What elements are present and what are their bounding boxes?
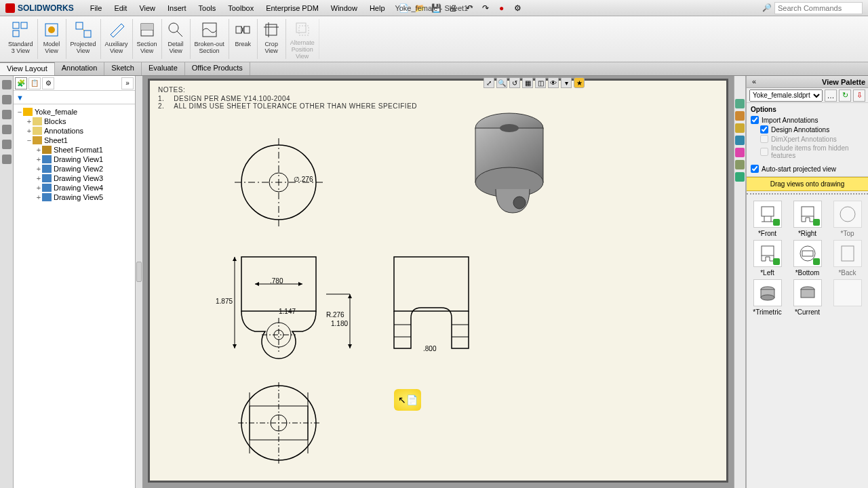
palette-bottom[interactable]: *Bottom bbox=[788, 240, 827, 277]
circle-icon[interactable] bbox=[2, 140, 12, 149]
chk-auto-start-projected[interactable] bbox=[751, 165, 759, 173]
tree-drawing-view3[interactable]: +Drawing View3 bbox=[16, 174, 132, 183]
menu-file[interactable]: File bbox=[85, 2, 108, 14]
redo-icon[interactable]: ↷ bbox=[480, 3, 491, 14]
palette-file-select[interactable]: Yoke_female.sldprt bbox=[749, 89, 823, 102]
dimension-icon[interactable] bbox=[2, 95, 12, 104]
menu-insert[interactable]: Insert bbox=[162, 2, 192, 14]
section-view-button[interactable]: Section View bbox=[133, 19, 162, 59]
display-style-icon[interactable]: ◫ bbox=[535, 77, 546, 88]
tab-annotation[interactable]: Annotation bbox=[55, 62, 105, 75]
options-icon[interactable]: ⚙ bbox=[513, 3, 524, 14]
palette-current[interactable]: *Current bbox=[788, 279, 827, 316]
sketch-icon[interactable] bbox=[2, 80, 12, 89]
detail-view-button[interactable]: Detail View bbox=[162, 19, 191, 59]
projected-view-button[interactable]: Projected View bbox=[66, 19, 101, 59]
line-icon[interactable] bbox=[2, 110, 12, 119]
spline-icon[interactable] bbox=[2, 155, 12, 164]
file-explorer-tab-icon[interactable] bbox=[735, 123, 745, 133]
svg-line-7 bbox=[83, 29, 84, 30]
tab-view-layout[interactable]: View Layout bbox=[0, 62, 55, 75]
svg-marker-37 bbox=[298, 282, 302, 286]
design-library-tab-icon[interactable] bbox=[735, 111, 745, 121]
menu-window[interactable]: Window bbox=[326, 2, 363, 14]
svg-rect-68 bbox=[801, 289, 814, 298]
break-button[interactable]: Break bbox=[229, 19, 258, 59]
appearances-tab-icon[interactable] bbox=[735, 148, 745, 157]
drawing-view-top[interactable]: ∅.276 bbox=[231, 135, 326, 232]
palette-left[interactable]: *Left bbox=[748, 240, 787, 277]
menu-view[interactable]: View bbox=[134, 2, 161, 14]
drawing-canvas[interactable]: ⤢ 🔍 ↺ ▦ ◫ 👁 ▾ ★ NOTES: 1.DESIGN PER ASME… bbox=[142, 76, 734, 488]
chk-design-annotations[interactable] bbox=[760, 125, 768, 134]
palette-front[interactable]: *Front bbox=[748, 201, 787, 237]
tree-collapse-handle[interactable] bbox=[136, 76, 142, 488]
chk-dimxpert-annotations bbox=[760, 135, 768, 143]
title-bar: SOLIDWORKS File Edit View Insert Tools T… bbox=[0, 0, 868, 16]
broken-out-section-button[interactable]: Broken-out Section bbox=[191, 19, 229, 59]
rect-icon[interactable] bbox=[2, 125, 12, 134]
resources-tab-icon[interactable] bbox=[735, 99, 745, 108]
view-palette-tab-icon[interactable] bbox=[735, 136, 745, 145]
filter-icon[interactable]: ▼ bbox=[16, 94, 24, 102]
svg-rect-45 bbox=[394, 257, 469, 311]
tree-drawing-view4[interactable]: +Drawing View4 bbox=[16, 183, 132, 192]
browse-button[interactable]: … bbox=[825, 89, 837, 102]
tab-sketch[interactable]: Sketch bbox=[104, 62, 142, 75]
palette-right[interactable]: *Right bbox=[788, 201, 827, 237]
menu-epdm[interactable]: Enterprise PDM bbox=[260, 2, 324, 14]
rebuild-icon[interactable]: ● bbox=[496, 3, 507, 14]
search-input[interactable] bbox=[774, 2, 863, 14]
palette-top[interactable]: *Top bbox=[828, 201, 867, 237]
palette-trimetric[interactable]: *Trimetric bbox=[748, 279, 787, 316]
zoom-fit-icon[interactable]: ⤢ bbox=[484, 77, 494, 88]
zoom-area-icon[interactable]: 🔍 bbox=[496, 77, 507, 88]
tree-blocks[interactable]: +Blocks bbox=[16, 117, 132, 126]
standard-3view-button[interactable]: Standard 3 View bbox=[4, 19, 38, 59]
section-icon[interactable]: ▦ bbox=[522, 77, 533, 88]
palette-back[interactable]: *Back bbox=[828, 240, 867, 277]
crop-view-button[interactable]: Crop View bbox=[258, 19, 286, 59]
forum-tab-icon[interactable] bbox=[735, 172, 745, 182]
chk-import-annotations[interactable] bbox=[751, 116, 759, 124]
svg-rect-5 bbox=[76, 22, 83, 29]
svg-rect-20 bbox=[299, 26, 309, 35]
alternate-position-view-button: Alternate Position View bbox=[286, 19, 319, 59]
model-view-button[interactable]: Model View bbox=[38, 19, 66, 59]
menu-help[interactable]: Help bbox=[364, 2, 391, 14]
feature-tree-tab[interactable]: 🧩 bbox=[15, 77, 27, 89]
tree-sheet1[interactable]: −Sheet1 bbox=[16, 136, 132, 145]
view-settings-icon[interactable]: ★ bbox=[574, 77, 585, 88]
property-manager-tab[interactable]: 📋 bbox=[28, 77, 41, 89]
drawing-view-front[interactable]: .780 1.875 1.147 R.276 1.180 bbox=[228, 250, 363, 368]
import-button[interactable]: ⇩ bbox=[853, 89, 865, 102]
tree-drawing-view2[interactable]: +Drawing View2 bbox=[16, 164, 132, 174]
drawing-view-isometric[interactable] bbox=[462, 101, 564, 232]
tab-office-products[interactable]: Office Products bbox=[185, 62, 250, 75]
scene-icon[interactable]: ▾ bbox=[561, 77, 572, 88]
menu-toolbox[interactable]: Toolbox bbox=[222, 2, 259, 14]
prev-view-icon[interactable]: ↺ bbox=[509, 77, 520, 88]
menu-tools[interactable]: Tools bbox=[193, 2, 222, 14]
drawing-view-right[interactable]: .800 bbox=[384, 250, 479, 361]
hide-show-icon[interactable]: 👁 bbox=[548, 77, 559, 88]
tab-evaluate[interactable]: Evaluate bbox=[142, 62, 185, 75]
menu-edit[interactable]: Edit bbox=[108, 2, 132, 14]
refresh-button[interactable]: ↻ bbox=[839, 89, 851, 102]
svg-rect-15 bbox=[244, 26, 250, 33]
config-manager-tab[interactable]: ⚙ bbox=[42, 77, 54, 89]
tree-drawing-view5[interactable]: +Drawing View5 bbox=[16, 192, 132, 202]
pin-icon[interactable]: « bbox=[749, 77, 759, 87]
drawing-view-bottom[interactable] bbox=[231, 379, 326, 470]
custom-props-tab-icon[interactable] bbox=[735, 160, 745, 169]
drawing-sheet[interactable]: NOTES: 1.DESIGN PER ASME Y14.100-2004 2.… bbox=[148, 79, 728, 483]
auxiliary-view-button[interactable]: Auxiliary View bbox=[101, 19, 133, 59]
tree-sheet-format[interactable]: +Sheet Format1 bbox=[16, 145, 132, 155]
collapse-tree-icon[interactable]: » bbox=[121, 77, 134, 89]
tree-drawing-view1[interactable]: +Drawing View1 bbox=[16, 155, 132, 164]
tree-annotations[interactable]: +Annotations bbox=[16, 126, 132, 136]
tree-root[interactable]: −Yoke_female bbox=[16, 107, 132, 117]
dim-right-w: .800 bbox=[423, 345, 436, 352]
task-pane-tabs bbox=[734, 76, 746, 488]
svg-marker-8 bbox=[111, 24, 124, 37]
